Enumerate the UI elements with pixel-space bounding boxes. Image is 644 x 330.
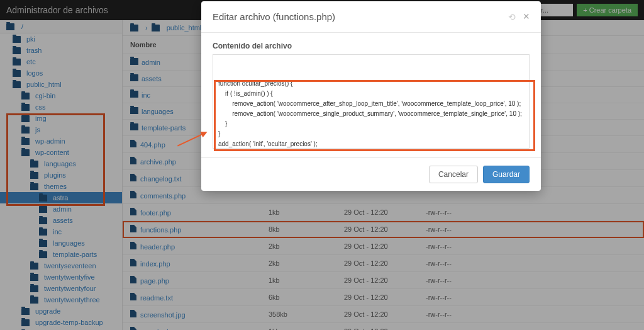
edit-file-modal: Editar archivo (functions.php) ⟲ × Conte…: [201, 1, 541, 191]
modal-footer: Cancelar Guardar: [201, 157, 541, 191]
modal-body: Contenido del archivo function ocultar_p…: [201, 33, 541, 157]
modal-header-right: ⟲ ×: [508, 10, 530, 23]
modal-title: Editar archivo (functions.php): [213, 11, 335, 22]
content-label: Contenido del archivo: [213, 42, 530, 50]
code-editor[interactable]: function ocultar_precios() { if ( !is_ad…: [213, 54, 530, 149]
modal-header: Editar archivo (functions.php) ⟲ ×: [201, 1, 541, 33]
cancel-button[interactable]: Cancelar: [429, 166, 478, 183]
save-button[interactable]: Guardar: [483, 166, 530, 183]
close-icon[interactable]: ×: [523, 10, 530, 23]
loading-icon: ⟲: [508, 12, 514, 22]
